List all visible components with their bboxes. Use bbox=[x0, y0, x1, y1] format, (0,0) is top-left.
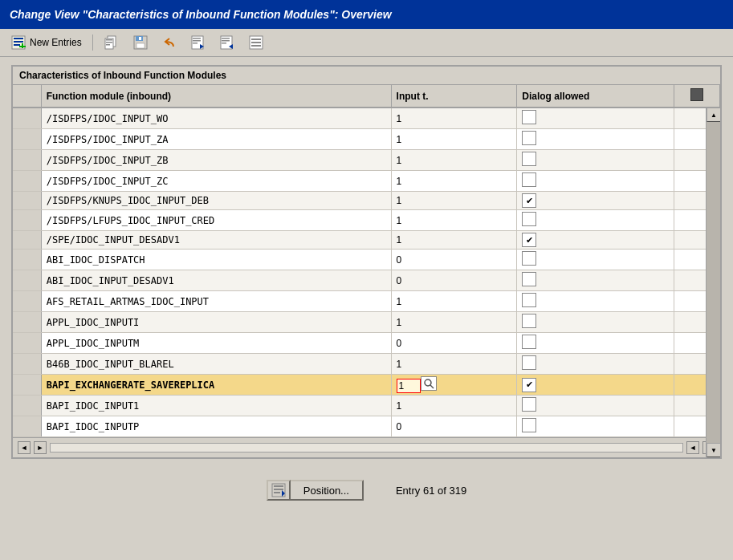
dialog-allowed-cell[interactable] bbox=[517, 291, 674, 312]
dialog-checkbox[interactable] bbox=[522, 172, 536, 187]
copy-icon bbox=[104, 34, 120, 51]
input-type-cell: 1 bbox=[391, 192, 517, 210]
row-selector-cell[interactable] bbox=[13, 416, 41, 437]
table-row[interactable]: BAPI_IDOC_INPUTP0 bbox=[13, 416, 720, 437]
table-row[interactable]: /ISDFPS/IDOC_INPUT_ZB1 bbox=[13, 150, 720, 171]
entry-info: Entry 61 of 319 bbox=[396, 485, 466, 497]
dialog-allowed-cell[interactable] bbox=[517, 192, 674, 210]
dialog-allowed-cell[interactable] bbox=[517, 416, 674, 437]
function-module-cell: /ISDFPS/IDOC_INPUT_ZB bbox=[41, 150, 391, 171]
row-selector-cell[interactable] bbox=[13, 291, 41, 312]
table-row[interactable]: AFS_RETAIL_ARTMAS_IDOC_INPUT1 bbox=[13, 291, 720, 312]
svg-rect-18 bbox=[193, 43, 198, 44]
save-icon bbox=[132, 34, 149, 51]
scroll-right-step-button[interactable]: ► bbox=[34, 441, 47, 454]
table-row[interactable]: ABI_IDOC_DISPATCH0 bbox=[13, 250, 720, 270]
scroll-track bbox=[707, 122, 720, 443]
scroll-left-button[interactable]: ◄ bbox=[18, 441, 31, 454]
row-selector-cell[interactable] bbox=[13, 210, 41, 231]
table-row[interactable]: BAPI_EXCHANGERATE_SAVEREPLICA bbox=[13, 375, 720, 396]
row-selector-cell[interactable] bbox=[13, 250, 41, 270]
row-selector-cell[interactable] bbox=[13, 333, 41, 354]
dialog-checkbox[interactable] bbox=[522, 397, 536, 412]
page-title: Change View "Characteristics of Inbound … bbox=[10, 8, 392, 21]
dialog-allowed-cell[interactable] bbox=[517, 129, 674, 150]
dialog-allowed-cell[interactable] bbox=[517, 108, 674, 129]
row-selector-cell[interactable] bbox=[13, 231, 41, 250]
dialog-checkbox[interactable] bbox=[522, 355, 536, 370]
input-type-field[interactable] bbox=[397, 379, 421, 393]
table-container: Function module (inbound) Input t. Dialo… bbox=[13, 85, 720, 457]
table-row[interactable]: /SPE/IDOC_INPUT_DESADV11 bbox=[13, 231, 720, 250]
svg-rect-1 bbox=[14, 38, 23, 39]
dialog-checkbox[interactable] bbox=[522, 193, 536, 208]
position-button[interactable]: Position... bbox=[267, 480, 364, 501]
dialog-checkbox[interactable] bbox=[522, 378, 536, 392]
column-config-icon[interactable] bbox=[690, 88, 703, 101]
dialog-allowed-cell[interactable] bbox=[517, 171, 674, 192]
dialog-allowed-cell[interactable] bbox=[517, 333, 674, 354]
scroll-up-button[interactable]: ▲ bbox=[707, 108, 720, 122]
dialog-checkbox[interactable] bbox=[522, 251, 536, 266]
dialog-allowed-cell[interactable] bbox=[517, 210, 674, 231]
row-selector-cell[interactable] bbox=[13, 354, 41, 375]
svg-rect-32 bbox=[274, 485, 283, 487]
dialog-checkbox[interactable] bbox=[522, 110, 536, 124]
row-selector-cell[interactable] bbox=[13, 396, 41, 416]
dialog-checkbox[interactable] bbox=[522, 131, 536, 145]
dialog-checkbox[interactable] bbox=[522, 335, 536, 349]
table-row[interactable]: /ISDFPS/IDOC_INPUT_ZC1 bbox=[13, 171, 720, 192]
table-row[interactable]: BAPI_IDOC_INPUT11 bbox=[13, 396, 720, 416]
import-button[interactable] bbox=[215, 32, 239, 53]
dialog-checkbox[interactable] bbox=[522, 212, 536, 226]
input-type-cell: 1 bbox=[391, 354, 517, 375]
dialog-allowed-cell[interactable] bbox=[517, 396, 674, 416]
more-button[interactable] bbox=[244, 32, 268, 53]
vertical-scrollbar[interactable]: ▲ ▼ bbox=[706, 108, 720, 457]
copy-button[interactable] bbox=[100, 32, 124, 53]
dialog-allowed-cell[interactable] bbox=[517, 150, 674, 171]
table-row[interactable]: /ISDFPS/IDOC_INPUT_ZA1 bbox=[13, 129, 720, 150]
row-selector-cell[interactable] bbox=[13, 192, 41, 210]
table-row[interactable]: /ISDFPS/KNUPS_IDOC_INPUT_DEB1 bbox=[13, 192, 720, 210]
dialog-allowed-cell[interactable] bbox=[517, 250, 674, 270]
search-icon[interactable] bbox=[421, 376, 437, 391]
dialog-allowed-cell[interactable] bbox=[517, 312, 674, 333]
row-selector-cell[interactable] bbox=[13, 150, 41, 171]
table-row[interactable]: B46B_IDOC_INPUT_BLAREL1 bbox=[13, 354, 720, 375]
row-selector-cell[interactable] bbox=[13, 108, 41, 129]
dialog-checkbox[interactable] bbox=[522, 272, 536, 286]
toolbar: New Entries bbox=[0, 29, 733, 57]
dialog-checkbox[interactable] bbox=[522, 152, 536, 166]
undo-button[interactable] bbox=[157, 32, 181, 53]
scroll-left-end-button[interactable]: ◄ bbox=[686, 441, 699, 454]
dialog-checkbox[interactable] bbox=[522, 418, 536, 432]
table-row[interactable]: APPL_IDOC_INPUTI1 bbox=[13, 312, 720, 333]
row-selector-cell[interactable] bbox=[13, 312, 41, 333]
title-bar: Change View "Characteristics of Inbound … bbox=[0, 0, 733, 29]
function-module-cell: AFS_RETAIL_ARTMAS_IDOC_INPUT bbox=[41, 291, 391, 312]
dialog-allowed-cell[interactable] bbox=[517, 375, 674, 396]
row-selector-cell[interactable] bbox=[13, 129, 41, 150]
table-row[interactable]: APPL_IDOC_INPUTM0 bbox=[13, 333, 720, 354]
table-row[interactable]: ABI_IDOC_INPUT_DESADV10 bbox=[13, 270, 720, 291]
row-selector-cell[interactable] bbox=[13, 375, 41, 396]
dialog-checkbox[interactable] bbox=[522, 233, 536, 247]
position-button-label[interactable]: Position... bbox=[291, 480, 364, 501]
row-selector-cell[interactable] bbox=[13, 171, 41, 192]
input-type-cell: 0 bbox=[391, 416, 517, 437]
export-button[interactable] bbox=[186, 32, 210, 53]
dialog-checkbox[interactable] bbox=[522, 293, 536, 307]
dialog-allowed-cell[interactable] bbox=[517, 354, 674, 375]
save-button[interactable] bbox=[128, 32, 153, 53]
table-row[interactable]: /ISDFPS/IDOC_INPUT_WO1 bbox=[13, 108, 720, 129]
table-row[interactable]: /ISDFPS/LFUPS_IDOC_INPUT_CRED1 bbox=[13, 210, 720, 231]
input-type-cell[interactable] bbox=[391, 375, 517, 396]
horizontal-scroll-track[interactable] bbox=[50, 443, 683, 452]
row-selector-cell[interactable] bbox=[13, 270, 41, 291]
dialog-allowed-cell[interactable] bbox=[517, 231, 674, 250]
dialog-checkbox[interactable] bbox=[522, 314, 536, 328]
dialog-allowed-cell[interactable] bbox=[517, 270, 674, 291]
scroll-down-button[interactable]: ▼ bbox=[707, 443, 720, 457]
new-entries-button[interactable]: New Entries bbox=[6, 32, 86, 53]
